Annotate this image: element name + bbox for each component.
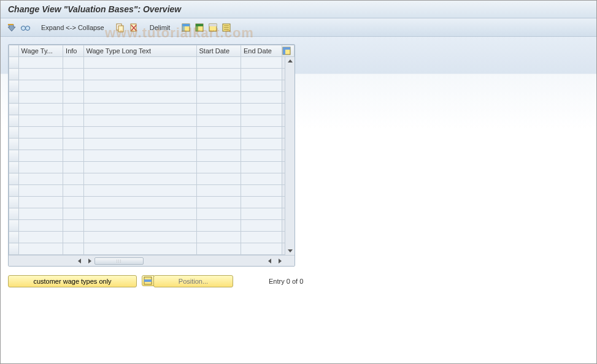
hscroll-left2-icon[interactable] bbox=[266, 257, 274, 265]
cell-end-date[interactable] bbox=[241, 92, 282, 104]
cell-info[interactable] bbox=[63, 185, 83, 197]
cell-long-text[interactable] bbox=[83, 232, 196, 243]
cell-long-text[interactable] bbox=[83, 57, 196, 69]
cell-info[interactable] bbox=[63, 162, 83, 173]
cell-info[interactable] bbox=[63, 69, 83, 80]
cell-end-date[interactable] bbox=[241, 220, 282, 232]
cell-info[interactable] bbox=[63, 197, 83, 208]
cell-wage-type[interactable] bbox=[18, 162, 63, 173]
cell-info[interactable] bbox=[63, 127, 83, 138]
cell-end-date[interactable] bbox=[241, 150, 282, 162]
cell-wage-type[interactable] bbox=[18, 57, 63, 69]
cell-start-date[interactable] bbox=[196, 57, 241, 69]
cell-info[interactable] bbox=[63, 150, 83, 162]
row-selector[interactable] bbox=[9, 127, 19, 138]
hscroll-right-icon[interactable] bbox=[85, 257, 94, 265]
cell-long-text[interactable] bbox=[83, 220, 196, 232]
row-selector[interactable] bbox=[9, 80, 19, 92]
cell-wage-type[interactable] bbox=[18, 104, 63, 115]
table-config-button[interactable] bbox=[282, 45, 294, 57]
table-row[interactable] bbox=[9, 185, 295, 197]
cell-end-date[interactable] bbox=[241, 69, 282, 80]
col-wage-type[interactable]: Wage Ty... bbox=[18, 45, 63, 57]
cell-start-date[interactable] bbox=[196, 220, 241, 232]
row-selector[interactable] bbox=[9, 185, 19, 197]
cell-end-date[interactable] bbox=[241, 57, 282, 69]
cell-start-date[interactable] bbox=[196, 197, 241, 208]
cell-start-date[interactable] bbox=[196, 162, 241, 173]
row-selector[interactable] bbox=[9, 232, 19, 243]
cell-long-text[interactable] bbox=[83, 243, 196, 255]
cell-wage-type[interactable] bbox=[18, 185, 63, 197]
select-block-icon[interactable] bbox=[195, 23, 204, 32]
cell-end-date[interactable] bbox=[241, 243, 282, 255]
glasses-icon[interactable] bbox=[20, 23, 30, 32]
row-selector[interactable] bbox=[9, 138, 19, 150]
cell-wage-type[interactable] bbox=[18, 173, 63, 185]
cell-info[interactable] bbox=[63, 80, 83, 92]
cell-end-date[interactable] bbox=[241, 127, 282, 138]
hscroll-left-icon[interactable] bbox=[75, 257, 84, 265]
table-row[interactable] bbox=[9, 57, 295, 69]
row-selector[interactable] bbox=[9, 220, 19, 232]
cell-info[interactable] bbox=[63, 243, 83, 255]
cell-long-text[interactable] bbox=[83, 138, 196, 150]
table-row[interactable] bbox=[9, 115, 295, 127]
table-row[interactable] bbox=[9, 104, 295, 115]
table-row[interactable] bbox=[9, 232, 295, 243]
cell-end-date[interactable] bbox=[241, 173, 282, 185]
cell-long-text[interactable] bbox=[83, 115, 196, 127]
cell-info[interactable] bbox=[63, 92, 83, 104]
cell-wage-type[interactable] bbox=[18, 80, 63, 92]
cell-start-date[interactable] bbox=[196, 232, 241, 243]
table-row[interactable] bbox=[9, 208, 295, 220]
row-selector[interactable] bbox=[9, 92, 19, 104]
table-row[interactable] bbox=[9, 127, 295, 138]
cell-long-text[interactable] bbox=[83, 92, 196, 104]
cell-long-text[interactable] bbox=[83, 185, 196, 197]
hscroll-right2-icon[interactable] bbox=[275, 257, 284, 265]
cell-info[interactable] bbox=[63, 138, 83, 150]
vscroll-down-icon[interactable] bbox=[286, 246, 295, 255]
col-end-date[interactable]: End Date bbox=[241, 45, 282, 57]
cell-wage-type[interactable] bbox=[18, 208, 63, 220]
cell-wage-type[interactable] bbox=[18, 92, 63, 104]
position-icon[interactable] bbox=[142, 275, 154, 286]
cell-start-date[interactable] bbox=[196, 104, 241, 115]
row-selector[interactable] bbox=[9, 243, 19, 255]
cell-wage-type[interactable] bbox=[18, 243, 63, 255]
cell-start-date[interactable] bbox=[196, 138, 241, 150]
cell-wage-type[interactable] bbox=[18, 115, 63, 127]
cell-start-date[interactable] bbox=[196, 173, 241, 185]
cell-wage-type[interactable] bbox=[18, 220, 63, 232]
cell-info[interactable] bbox=[63, 115, 83, 127]
row-selector[interactable] bbox=[9, 69, 19, 80]
table-row[interactable] bbox=[9, 92, 295, 104]
col-long-text[interactable]: Wage Type Long Text bbox=[83, 45, 196, 57]
deselect-all-icon[interactable] bbox=[208, 23, 218, 32]
cell-end-date[interactable] bbox=[241, 232, 282, 243]
cell-info[interactable] bbox=[63, 232, 83, 243]
cell-end-date[interactable] bbox=[241, 208, 282, 220]
customer-wage-types-button[interactable]: customer wage types only bbox=[8, 275, 137, 287]
cell-info[interactable] bbox=[63, 220, 83, 232]
select-all-icon[interactable] bbox=[181, 23, 191, 32]
delete-icon[interactable] bbox=[129, 23, 139, 32]
delimit-button[interactable]: Delimit bbox=[148, 24, 172, 31]
cell-wage-type[interactable] bbox=[18, 138, 63, 150]
cell-long-text[interactable] bbox=[83, 150, 196, 162]
cell-end-date[interactable] bbox=[241, 138, 282, 150]
table-row[interactable] bbox=[9, 138, 295, 150]
cell-long-text[interactable] bbox=[83, 197, 196, 208]
cell-start-date[interactable] bbox=[196, 185, 241, 197]
cell-start-date[interactable] bbox=[196, 80, 241, 92]
cell-start-date[interactable] bbox=[196, 115, 241, 127]
cell-info[interactable] bbox=[63, 173, 83, 185]
configuration-icon[interactable] bbox=[221, 23, 231, 32]
cell-wage-type[interactable] bbox=[18, 197, 63, 208]
table-row[interactable] bbox=[9, 220, 295, 232]
cell-long-text[interactable] bbox=[83, 162, 196, 173]
cell-end-date[interactable] bbox=[241, 197, 282, 208]
cell-wage-type[interactable] bbox=[18, 150, 63, 162]
row-selector[interactable] bbox=[9, 173, 19, 185]
